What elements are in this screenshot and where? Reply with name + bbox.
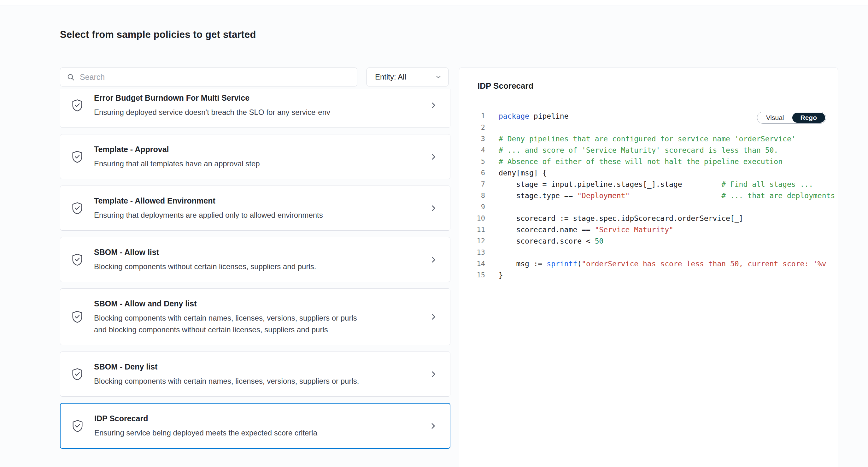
code-token-plain: scorecard.score < <box>499 237 595 245</box>
code-token-string: "Deployment" <box>577 192 629 200</box>
code-token-plain: scorecard.name == <box>499 226 595 234</box>
line-number: 2 <box>459 122 491 133</box>
chevron-down-icon <box>435 74 442 81</box>
line-number: 5 <box>459 156 491 167</box>
entity-filter-dropdown[interactable]: Entity: All <box>367 67 448 86</box>
policy-shield-check-icon <box>71 253 84 266</box>
policy-card-text: IDP ScorecardEnsuring service being depl… <box>94 404 317 448</box>
policy-card-text: Template - ApprovalEnsuring that all tem… <box>94 135 260 179</box>
line-number: 6 <box>459 167 491 179</box>
line-number: 12 <box>459 235 491 247</box>
search-box[interactable] <box>60 67 358 86</box>
policy-card-text: SBOM - Allow listBlocking components wit… <box>94 237 316 282</box>
code-line-8: 8 stage.type == "Deployment" # ... that … <box>459 190 838 201</box>
entity-filter-label: Entity: All <box>375 72 406 81</box>
code-text <box>491 201 838 213</box>
toggle-visual[interactable]: Visual <box>758 113 792 123</box>
code-text: stage.type == "Deployment" # ... that ar… <box>491 190 838 201</box>
code-token-comment: # ... and score of 'Service Maturity' sc… <box>499 146 778 154</box>
policy-title: Template - Approval <box>94 144 260 154</box>
policy-shield-check-icon <box>71 368 84 381</box>
chevron-right-icon[interactable] <box>429 204 437 212</box>
code-text: } <box>491 269 838 281</box>
line-number: 13 <box>459 247 491 258</box>
chevron-right-icon[interactable] <box>429 370 437 378</box>
search-icon <box>67 73 75 81</box>
policy-title: SBOM - Allow and Deny list <box>94 298 368 309</box>
policy-shield-check-icon <box>71 419 84 433</box>
policy-title: Error Budget Burndown For Multi Service <box>94 93 330 103</box>
code-line-6: 6deny[msg] { <box>459 167 838 179</box>
code-line-5: 5# Absence of either of these will not h… <box>459 156 838 167</box>
chevron-right-icon[interactable] <box>429 256 437 264</box>
code-editor: Visual Rego 1package pipeline23# Deny pi… <box>459 104 838 466</box>
line-number: 10 <box>459 213 491 224</box>
policy-card-text: Error Budget Burndown For Multi ServiceE… <box>94 89 330 127</box>
preview-title: IDP Scorecard <box>477 81 533 91</box>
code-text: deny[msg] { <box>491 167 838 179</box>
policy-shield-check-icon <box>71 202 84 215</box>
line-number: 4 <box>459 145 491 156</box>
code-token-keyword: package <box>499 112 529 120</box>
code-token-plain: msg := <box>499 260 547 268</box>
policy-description: Ensuring service being deployed meets th… <box>94 427 317 439</box>
code-text <box>491 247 838 258</box>
line-number: 1 <box>459 111 491 122</box>
policy-card-sbom-allow-and-deny-list[interactable]: SBOM - Allow and Deny listBlocking compo… <box>60 288 451 345</box>
search-input[interactable] <box>79 68 357 86</box>
line-number: 9 <box>459 201 491 213</box>
line-number: 7 <box>459 179 491 190</box>
code-text: scorecard := stage.spec.idpScorecard.ord… <box>491 213 838 224</box>
code-token-comment: # ... that are deployments <box>721 192 835 200</box>
code-token-plain: scorecard := stage.spec.idpScorecard.ord… <box>499 214 743 223</box>
policy-shield-check-icon <box>71 99 84 112</box>
policy-description: Blocking components without certain lice… <box>94 261 316 272</box>
code-token-plain: stage = input.pipeline.stages[_].stage <box>499 180 721 188</box>
policy-title: IDP Scorecard <box>94 413 317 424</box>
policy-card-sbom-allow-list[interactable]: SBOM - Allow listBlocking components wit… <box>60 237 451 282</box>
policy-description: Ensuring deployed service doesn't breach… <box>94 106 330 118</box>
preview-panel-header: IDP Scorecard <box>459 68 838 104</box>
code-token-string: "orderService has score less than 50, cu… <box>582 260 826 268</box>
code-token-plain: ( <box>577 260 582 268</box>
line-number: 11 <box>459 224 491 235</box>
policy-title: SBOM - Deny list <box>94 361 359 372</box>
policy-shield-check-icon <box>71 310 84 323</box>
code-text: msg := sprintf("orderService has score l… <box>491 258 838 269</box>
code-view-toggle[interactable]: Visual Rego <box>757 112 826 124</box>
policy-shield-check-icon <box>71 150 84 164</box>
policy-card-template-approval[interactable]: Template - ApprovalEnsuring that all tem… <box>60 134 451 179</box>
chevron-right-icon[interactable] <box>429 313 437 321</box>
toggle-rego[interactable]: Rego <box>792 113 826 123</box>
policy-card-error-budget-burndown-for-multi-service[interactable]: Error Budget Burndown For Multi ServiceE… <box>60 89 451 128</box>
code-line-4: 4# ... and score of 'Service Maturity' s… <box>459 145 838 156</box>
policy-title: Template - Allowed Environment <box>94 196 323 206</box>
code-token-comment: # Find all stages ... <box>721 180 813 188</box>
code-token-builtin: sprintf <box>547 260 577 268</box>
policy-card-idp-scorecard[interactable]: IDP ScorecardEnsuring service being depl… <box>60 403 451 449</box>
policy-description: Blocking components with certain names, … <box>94 312 368 335</box>
code-text: # Deny pipelines that are configured for… <box>491 133 838 145</box>
chevron-right-icon[interactable] <box>429 153 437 161</box>
policy-card-template-allowed-environment[interactable]: Template - Allowed EnvironmentEnsuring t… <box>60 185 451 231</box>
code-line-13: 13 <box>459 247 838 258</box>
policy-preview-panel: IDP Scorecard Visual Rego 1package pipel… <box>459 67 838 467</box>
code-token-plain: deny[msg] { <box>499 169 547 177</box>
line-number: 3 <box>459 133 491 145</box>
policy-list: Error Budget Burndown For Multi ServiceE… <box>60 89 451 462</box>
line-number: 14 <box>459 258 491 269</box>
code-line-10: 10 scorecard := stage.spec.idpScorecard.… <box>459 213 838 224</box>
code-line-12: 12 scorecard.score < 50 <box>459 235 838 247</box>
policy-card-sbom-deny-list[interactable]: SBOM - Deny listBlocking components with… <box>60 351 451 397</box>
code-line-7: 7 stage = input.pipeline.stages[_].stage… <box>459 179 838 190</box>
code-token-comment: # Deny pipelines that are configured for… <box>499 135 796 143</box>
chevron-right-icon[interactable] <box>429 422 437 430</box>
top-bar <box>0 0 868 5</box>
policy-card-text: Template - Allowed EnvironmentEnsuring t… <box>94 186 323 230</box>
code-token-plain: pipeline <box>529 112 569 120</box>
policy-card-text: SBOM - Deny listBlocking components with… <box>94 352 359 396</box>
code-token-plain: } <box>499 271 503 279</box>
policy-card-text: SBOM - Allow and Deny listBlocking compo… <box>94 289 368 345</box>
code-token-plain: stage.type == <box>499 192 577 200</box>
chevron-right-icon[interactable] <box>429 101 437 110</box>
